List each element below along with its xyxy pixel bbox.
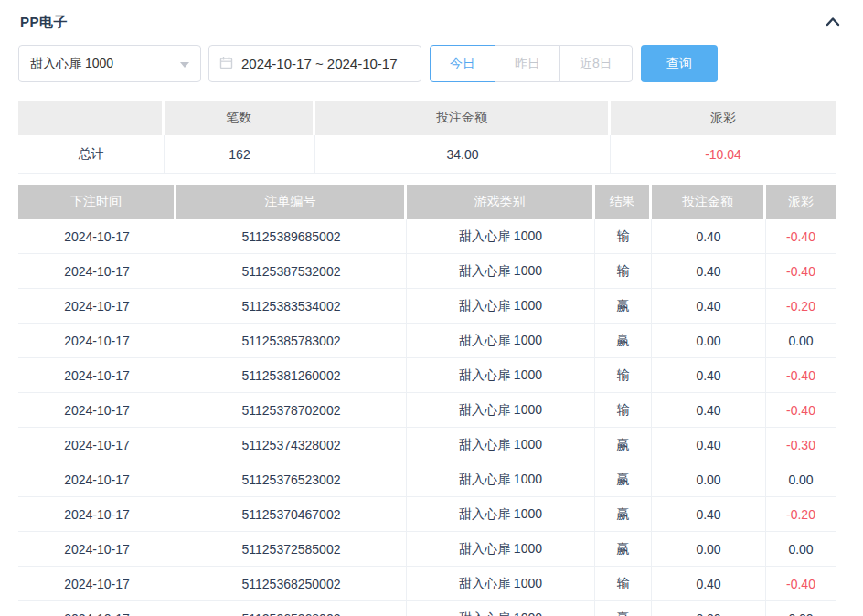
cell-game-type: 甜入心扉 1000 — [407, 393, 595, 428]
summary-header-empty — [18, 101, 165, 135]
records-header-bet-amount: 投注金额 — [652, 185, 766, 219]
summary-total-label: 总计 — [18, 135, 165, 174]
cell-payout: -0.40 — [766, 358, 836, 393]
summary-header-payout: 派彩 — [611, 101, 836, 135]
cell-bet-amount: 0.40 — [652, 358, 766, 393]
cell-bet-time: 2024-10-17 — [18, 601, 176, 616]
cell-result: 输 — [595, 358, 652, 393]
cell-bet-amount: 0.40 — [652, 219, 766, 254]
cell-payout: -0.30 — [766, 428, 836, 462]
cell-payout: 0.00 — [766, 532, 836, 567]
cell-game-type: 甜入心扉 1000 — [407, 497, 595, 532]
cell-result: 赢 — [595, 324, 652, 358]
cell-order-no: 51125378702002 — [176, 393, 407, 428]
cell-order-no: 51125370467002 — [176, 497, 407, 532]
cell-game-type: 甜入心扉 1000 — [407, 462, 595, 497]
cell-result: 输 — [595, 254, 652, 289]
summary-header-count: 笔数 — [165, 101, 315, 135]
game-select[interactable]: 甜入心扉 1000 — [18, 45, 201, 82]
summary-header-bet-amount: 投注金额 — [315, 101, 611, 135]
cell-bet-amount: 0.40 — [652, 428, 766, 462]
filter-bar: 甜入心扉 1000 2024-10-17 ~ 2024-10-17 今日 昨日 … — [18, 45, 845, 82]
cell-bet-amount: 0.40 — [652, 393, 766, 428]
cell-bet-time: 2024-10-17 — [18, 219, 176, 254]
game-select-value: 甜入心扉 1000 — [30, 56, 113, 72]
cell-order-no: 51125374328002 — [176, 428, 407, 462]
summary-total-row: 总计 162 34.00 -10.04 — [18, 135, 836, 174]
summary-total-count: 162 — [165, 135, 315, 174]
cell-bet-amount: 0.00 — [652, 462, 766, 497]
cell-order-no: 51125368250002 — [176, 567, 407, 601]
chevron-up-icon — [825, 17, 841, 31]
cell-payout: -0.20 — [766, 289, 836, 324]
cell-bet-amount: 0.40 — [652, 497, 766, 532]
caret-down-icon — [180, 62, 189, 68]
records-header-game-type: 游戏类别 — [407, 185, 595, 219]
cell-order-no: 51125381260002 — [176, 358, 407, 393]
cell-bet-amount: 0.40 — [652, 567, 766, 601]
cell-bet-time: 2024-10-17 — [18, 289, 176, 324]
records-table: 下注时间 注单编号 游戏类别 结果 投注金额 派彩 2024-10-17 511… — [18, 185, 836, 616]
cell-order-no: 51125385783002 — [176, 324, 407, 358]
date-range-value: 2024-10-17 ~ 2024-10-17 — [241, 56, 398, 71]
table-row: 2024-10-17 51125368250002 甜入心扉 1000 输 0.… — [18, 567, 836, 601]
table-row: 2024-10-17 51125381260002 甜入心扉 1000 输 0.… — [18, 358, 836, 393]
cell-order-no: 51125389685002 — [176, 219, 407, 254]
cell-payout: -0.40 — [766, 219, 836, 254]
last8days-button[interactable]: 近8日 — [559, 45, 633, 82]
cell-bet-amount: 0.00 — [652, 532, 766, 567]
cell-game-type: 甜入心扉 1000 — [407, 567, 595, 601]
records-header-payout: 派彩 — [766, 185, 836, 219]
records-header-order-no: 注单编号 — [176, 185, 407, 219]
table-row: 2024-10-17 51125378702002 甜入心扉 1000 输 0.… — [18, 393, 836, 428]
cell-bet-time: 2024-10-17 — [18, 324, 176, 358]
records-header-row: 下注时间 注单编号 游戏类别 结果 投注金额 派彩 — [18, 185, 836, 219]
calendar-icon — [219, 56, 233, 72]
cell-bet-time: 2024-10-17 — [18, 497, 176, 532]
cell-order-no: 51125372585002 — [176, 532, 407, 567]
cell-bet-amount: 0.40 — [652, 254, 766, 289]
cell-result: 赢 — [595, 532, 652, 567]
cell-bet-time: 2024-10-17 — [18, 462, 176, 497]
table-row: 2024-10-17 51125387532002 甜入心扉 1000 输 0.… — [18, 254, 836, 289]
cell-payout: -0.40 — [766, 254, 836, 289]
date-range-input[interactable]: 2024-10-17 ~ 2024-10-17 — [208, 45, 421, 82]
cell-game-type: 甜入心扉 1000 — [407, 601, 595, 616]
collapse-panel-button[interactable] — [823, 14, 843, 30]
table-row: 2024-10-17 51125374328002 甜入心扉 1000 赢 0.… — [18, 428, 836, 462]
cell-bet-time: 2024-10-17 — [18, 567, 176, 601]
summary-table: 笔数 投注金额 派彩 总计 162 34.00 -10.04 — [18, 101, 836, 174]
summary-header-row: 笔数 投注金额 派彩 — [18, 101, 836, 135]
summary-total-payout: -10.04 — [611, 135, 836, 174]
records-header-result: 结果 — [595, 185, 652, 219]
cell-order-no: 51125376523002 — [176, 462, 407, 497]
cell-bet-time: 2024-10-17 — [18, 532, 176, 567]
table-row: 2024-10-17 51125370467002 甜入心扉 1000 赢 0.… — [18, 497, 836, 532]
cell-bet-time: 2024-10-17 — [18, 254, 176, 289]
cell-result: 赢 — [595, 601, 652, 616]
cell-payout: -0.20 — [766, 497, 836, 532]
cell-payout: -0.40 — [766, 567, 836, 601]
table-row: 2024-10-17 51125372585002 甜入心扉 1000 赢 0.… — [18, 532, 836, 567]
cell-game-type: 甜入心扉 1000 — [407, 289, 595, 324]
table-row: 2024-10-17 51125389685002 甜入心扉 1000 输 0.… — [18, 219, 836, 254]
cell-result: 赢 — [595, 497, 652, 532]
cell-bet-time: 2024-10-17 — [18, 358, 176, 393]
cell-bet-amount: 0.40 — [652, 289, 766, 324]
cell-payout: 0.00 — [766, 601, 836, 616]
today-button[interactable]: 今日 — [430, 45, 495, 82]
records-table-body: 2024-10-17 51125389685002 甜入心扉 1000 输 0.… — [18, 219, 836, 616]
cell-game-type: 甜入心扉 1000 — [407, 324, 595, 358]
cell-payout: 0.00 — [766, 324, 836, 358]
table-row: 2024-10-17 51125376523002 甜入心扉 1000 赢 0.… — [18, 462, 836, 497]
search-button[interactable]: 查询 — [641, 45, 718, 82]
yesterday-button[interactable]: 昨日 — [495, 45, 560, 82]
cell-result: 输 — [595, 567, 652, 601]
cell-bet-amount: 0.00 — [652, 324, 766, 358]
cell-result: 赢 — [595, 462, 652, 497]
table-row: 2024-10-17 51125365368002 甜入心扉 1000 赢 0.… — [18, 601, 836, 616]
cell-game-type: 甜入心扉 1000 — [407, 358, 595, 393]
table-row: 2024-10-17 51125385783002 甜入心扉 1000 赢 0.… — [18, 324, 836, 358]
cell-result: 输 — [595, 393, 652, 428]
cell-result: 输 — [595, 219, 652, 254]
